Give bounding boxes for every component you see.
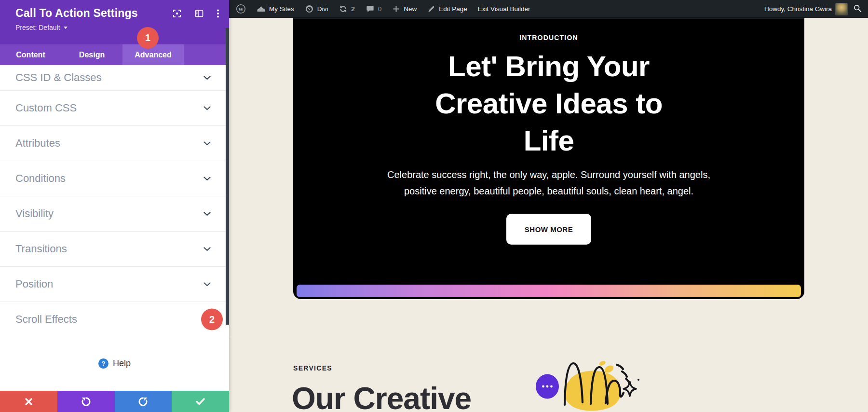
howdy-label: Howdy, Christina Gwira	[764, 5, 832, 13]
section-visibility[interactable]: Visibility	[0, 196, 229, 232]
hero-eyebrow: INTRODUCTION	[293, 34, 804, 41]
save-button[interactable]	[172, 391, 229, 412]
services-heading: Our Creative	[292, 381, 471, 412]
page-canvas: INTRODUCTION Let' Bring Your Creative Id…	[229, 18, 868, 412]
pencil-icon	[427, 5, 435, 13]
section-scroll-effects[interactable]: Scroll Effects 2	[0, 302, 229, 337]
wordpress-logo-icon: W	[236, 4, 246, 14]
updates-menu[interactable]: 2	[339, 4, 355, 14]
tab-design[interactable]: Design	[61, 44, 122, 65]
services-decorative-graphic	[532, 358, 645, 412]
wp-logo-menu[interactable]: W	[236, 4, 246, 14]
my-sites-label: My Sites	[269, 5, 294, 13]
call-to-action-module[interactable]: INTRODUCTION Let' Bring Your Creative Id…	[293, 18, 804, 299]
hero-paragraph: Celebrate success right, the only way, a…	[293, 166, 804, 199]
redo-button[interactable]	[115, 391, 172, 412]
plus-icon	[392, 5, 400, 13]
divi-menu[interactable]: Divi	[305, 4, 328, 14]
hero-paragraph-line-2: positive energy, beautiful people, beaut…	[293, 183, 804, 199]
settings-tabs: Content Design Advanced 1	[0, 44, 229, 65]
advanced-sections-list: CSS ID & Classes Custom CSS Attributes C…	[0, 65, 229, 391]
hero-title-line-3: Life	[293, 122, 804, 159]
search-icon[interactable]	[853, 3, 862, 14]
divi-visual-builder: W My Sites	[0, 0, 868, 412]
section-conditions[interactable]: Conditions	[0, 161, 229, 196]
help-question-icon: ?	[98, 358, 108, 369]
panel-layout-icon[interactable]	[194, 9, 204, 20]
update-count: 2	[351, 5, 355, 13]
new-content-menu[interactable]: New	[392, 5, 417, 13]
step-badge-1: 1	[137, 27, 159, 49]
step-badge-2: 2	[201, 309, 223, 330]
sparkle-star	[624, 382, 636, 396]
section-attributes[interactable]: Attributes	[0, 126, 229, 161]
preset-selector[interactable]: Preset: Default	[15, 24, 218, 31]
exit-visual-builder-label: Exit Visual Builder	[478, 5, 530, 13]
chevron-down-icon	[203, 73, 211, 82]
wp-admin-bar: W My Sites	[229, 0, 868, 18]
tab-content[interactable]: Content	[0, 44, 61, 65]
section-custom-css[interactable]: Custom CSS	[0, 91, 229, 126]
hero-paragraph-line-1: Celebrate success right, the only way, a…	[293, 166, 804, 183]
section-css-id-classes[interactable]: CSS ID & Classes	[0, 65, 229, 91]
chevron-down-icon	[203, 245, 211, 253]
comment-bubble-icon	[366, 4, 375, 14]
edit-page-menu[interactable]: Edit Page	[427, 5, 467, 13]
chevron-down-icon	[203, 139, 211, 148]
hero-title: Let' Bring Your Creative Ideas to Life	[293, 48, 804, 159]
comments-menu[interactable]: 0	[366, 4, 382, 14]
divi-gauge-icon	[305, 4, 314, 14]
new-label: New	[404, 5, 417, 13]
my-sites-icon	[257, 4, 266, 14]
show-more-button[interactable]: SHOW MORE	[506, 214, 591, 245]
section-position[interactable]: Position	[0, 267, 229, 302]
my-sites-menu[interactable]: My Sites	[257, 4, 294, 14]
tab-advanced[interactable]: Advanced	[122, 44, 184, 65]
comment-count: 0	[378, 5, 382, 13]
focus-mode-icon[interactable]	[172, 9, 182, 20]
chevron-down-icon	[203, 209, 211, 218]
svg-text:W: W	[238, 6, 244, 12]
services-eyebrow: SERVICES	[293, 364, 332, 372]
kebab-menu-icon[interactable]	[217, 9, 219, 20]
exit-visual-builder[interactable]: Exit Visual Builder	[478, 5, 530, 13]
chevron-down-icon	[203, 104, 211, 112]
hero-title-line-1: Let' Bring Your	[293, 48, 804, 85]
updates-refresh-icon	[339, 4, 348, 14]
preset-label: Preset: Default	[15, 24, 60, 31]
discard-button[interactable]	[0, 391, 57, 412]
undo-button[interactable]	[57, 391, 115, 412]
chevron-down-icon	[203, 174, 211, 183]
caret-down-icon	[64, 27, 68, 29]
user-avatar	[835, 3, 848, 15]
divi-label: Divi	[317, 5, 328, 13]
settings-panel: Call To Action Settings Preset: Default	[0, 0, 229, 412]
edit-page-label: Edit Page	[439, 5, 467, 13]
panel-scrollbar[interactable]	[226, 28, 229, 325]
panel-toolbar	[0, 391, 229, 412]
settings-panel-header: Call To Action Settings Preset: Default	[0, 0, 229, 44]
help-link[interactable]: ? Help	[0, 337, 229, 389]
hero-title-line-2: Creative Ideas to	[293, 85, 804, 122]
chevron-down-icon	[203, 280, 211, 288]
hero-gradient-bar	[297, 285, 801, 297]
account-menu[interactable]: Howdy, Christina Gwira	[764, 3, 848, 15]
section-transitions[interactable]: Transitions	[0, 232, 229, 267]
